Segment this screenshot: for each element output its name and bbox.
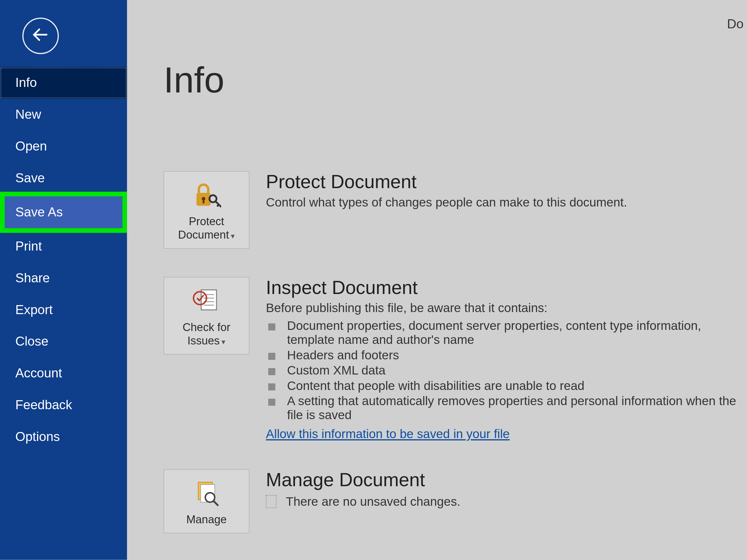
- nav-item-close[interactable]: Close: [0, 326, 127, 357]
- svg-line-16: [213, 501, 218, 506]
- svg-rect-3: [203, 199, 205, 204]
- tile-label: Manage: [186, 513, 227, 527]
- inspect-issues-list: Document properties, document server pro…: [266, 319, 737, 422]
- inspect-lead: Before publishing this file, be aware th…: [266, 301, 737, 315]
- square-bullet-icon: [268, 323, 275, 330]
- section-manage-document: Manage Manage Document There are no unsa…: [163, 469, 747, 533]
- nav-footer-list: AccountFeedbackOptions: [0, 357, 127, 453]
- issue-item: Headers and footers: [266, 348, 737, 362]
- document-inspect-icon: [190, 285, 222, 319]
- nav-item-save-as[interactable]: Save As: [5, 196, 122, 228]
- chevron-down-icon: ▾: [231, 232, 235, 240]
- svg-line-6: [217, 205, 219, 207]
- section-protect-document: Protect Document▾ Protect Document Contr…: [163, 171, 747, 249]
- back-button[interactable]: [23, 18, 59, 54]
- backstage-sidebar: InfoNewOpenSaveSave AsPrintShareExportCl…: [0, 0, 127, 560]
- square-bullet-icon: [268, 383, 275, 390]
- tile-label: Check for Issues▾: [168, 321, 246, 348]
- check-for-issues-button[interactable]: Check for Issues▾: [163, 277, 249, 355]
- lock-key-icon: [192, 179, 221, 213]
- nav-item-share[interactable]: Share: [0, 262, 127, 294]
- nav-item-new[interactable]: New: [0, 99, 127, 131]
- square-bullet-icon: [268, 399, 275, 406]
- square-bullet-icon: [268, 353, 275, 360]
- protect-heading: Protect Document: [266, 171, 627, 193]
- issue-item: Custom XML data: [266, 364, 737, 377]
- nav-item-options[interactable]: Options: [0, 421, 127, 453]
- nav-item-save[interactable]: Save: [0, 162, 127, 194]
- nav-list: InfoNewOpenSaveSave AsPrintShareExportCl…: [0, 67, 127, 357]
- protect-description: Control what types of changes people can…: [266, 195, 627, 209]
- issue-item: A setting that automatically removes pro…: [266, 394, 737, 422]
- allow-save-link[interactable]: Allow this information to be saved in yo…: [266, 427, 510, 441]
- manage-document-button[interactable]: Manage: [163, 469, 249, 533]
- issue-item: Document properties, document server pro…: [266, 319, 737, 347]
- manage-status: There are no unsaved changes.: [286, 495, 460, 508]
- issue-text: A setting that automatically removes pro…: [287, 394, 737, 422]
- issue-item: Content that people with disabilities ar…: [266, 379, 737, 393]
- titlebar-fragment: Do: [727, 16, 744, 31]
- main-content: Do Info Protect Document▾ Protect Docum: [127, 0, 747, 560]
- issue-text: Content that people with disabilities ar…: [287, 379, 585, 393]
- issue-text: Document properties, document server pro…: [287, 319, 737, 347]
- document-outline-icon: [266, 495, 276, 508]
- nav-item-open[interactable]: Open: [0, 131, 127, 162]
- nav-item-print[interactable]: Print: [0, 231, 127, 262]
- manage-heading: Manage Document: [266, 469, 460, 491]
- issue-text: Custom XML data: [287, 364, 385, 377]
- document-stack-search-icon: [191, 477, 222, 511]
- nav-item-export[interactable]: Export: [0, 294, 127, 326]
- inspect-heading: Inspect Document: [266, 277, 737, 299]
- square-bullet-icon: [268, 368, 275, 375]
- nav-item-account[interactable]: Account: [0, 357, 127, 390]
- issue-text: Headers and footers: [287, 348, 399, 362]
- chevron-down-icon: ▾: [222, 338, 226, 346]
- tile-label: Protect Document▾: [168, 215, 246, 242]
- section-inspect-document: Check for Issues▾ Inspect Document Befor…: [163, 277, 747, 441]
- protect-document-button[interactable]: Protect Document▾: [163, 171, 249, 249]
- nav-item-info[interactable]: Info: [0, 67, 127, 99]
- arrow-left-icon: [31, 25, 51, 47]
- page-title: Info: [163, 59, 747, 101]
- nav-item-feedback[interactable]: Feedback: [0, 390, 127, 421]
